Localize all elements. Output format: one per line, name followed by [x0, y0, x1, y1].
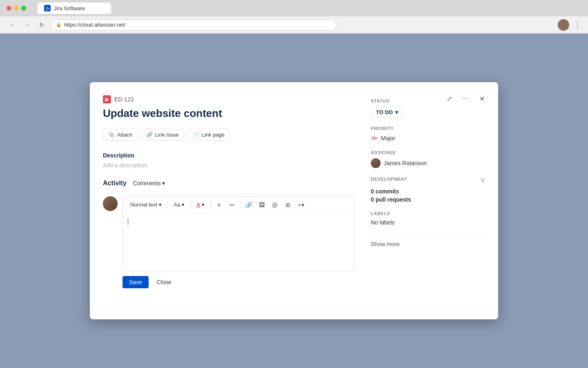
- development-header-row: DEVELOPMENT ⑂: [371, 176, 485, 185]
- attach-label: Attach: [117, 132, 132, 138]
- plus-icon: +▾: [298, 202, 304, 208]
- font-size-label: Aa: [174, 202, 180, 208]
- table-icon: ⊞: [285, 202, 290, 208]
- refresh-button[interactable]: ↻: [36, 19, 47, 31]
- address-bar[interactable]: 🔒 https://cloud.atlassian.net/: [51, 19, 336, 31]
- minimize-traffic-light[interactable]: [14, 6, 19, 11]
- modal-left-panel: ▶ ED-123 Update website content 📎 Attach…: [103, 95, 371, 306]
- browser-titlebar: ◇ Jira Software: [0, 0, 588, 16]
- labels-value: No labels: [371, 219, 485, 226]
- lock-icon: 🔒: [56, 22, 62, 27]
- browser-profile-avatar[interactable]: [558, 19, 569, 31]
- link-issue-label: Link issue: [155, 132, 179, 138]
- maximize-traffic-light[interactable]: [21, 6, 26, 11]
- activity-row: Activity Comments ▾: [103, 178, 354, 188]
- issue-id-row: ▶ ED-123: [103, 95, 354, 103]
- close-icon: ✕: [479, 95, 485, 103]
- commits-stat: 0 commits: [371, 188, 485, 195]
- browser-tab[interactable]: ◇ Jira Software: [38, 2, 111, 14]
- assignee-avatar: [371, 158, 381, 168]
- browser-chrome: ◇ Jira Software ← → ↻ 🔒 https://cloud.at…: [0, 0, 588, 34]
- at-icon: @: [272, 202, 278, 208]
- comments-dropdown-label: Comments: [133, 180, 161, 186]
- forward-button[interactable]: →: [21, 19, 33, 31]
- description-placeholder[interactable]: Add a description: [103, 162, 354, 168]
- close-editor-button[interactable]: Close: [152, 276, 176, 288]
- issue-id: ED-123: [114, 96, 134, 103]
- mention-button[interactable]: @: [269, 199, 281, 211]
- text-cursor: [128, 218, 128, 225]
- status-dropdown[interactable]: TO DO ▾: [371, 107, 403, 118]
- right-divider: [371, 234, 485, 234]
- status-chevron-icon: ▾: [395, 109, 398, 115]
- more-icon: ···: [463, 95, 468, 102]
- url-text: https://cloud.atlassian.net/: [64, 22, 125, 28]
- avatar-image: [103, 196, 118, 211]
- show-more-button[interactable]: Show more: [371, 241, 485, 247]
- assignee-section-label: ASSIGNEE: [371, 150, 485, 155]
- text-style-dropdown[interactable]: Normal text ▾: [127, 200, 165, 209]
- assignee-row[interactable]: James Rotanson: [371, 158, 485, 168]
- ordered-list-icon: ≔: [229, 202, 235, 208]
- action-buttons: 📎 Attach 🔗 Link issue 📄 Link page: [103, 129, 354, 141]
- toolbar-separator-1: [167, 202, 168, 208]
- branch-icon[interactable]: ⑂: [481, 176, 485, 185]
- toolbar-separator-2: [190, 202, 191, 208]
- issue-modal: ⤢ ··· ✕ ▶ ED-123 Update website content …: [90, 82, 498, 319]
- close-traffic-light[interactable]: [7, 6, 11, 11]
- comments-dropdown[interactable]: Comments ▾: [130, 178, 169, 188]
- priority-section: PRIORITY ≫ Major: [371, 126, 485, 142]
- share-button[interactable]: ⤢: [443, 92, 456, 105]
- editor-toolbar: Normal text ▾ Aa ▾ A ▾: [123, 197, 354, 213]
- image-icon: 🖼: [259, 202, 265, 208]
- issue-title[interactable]: Update website content: [103, 107, 354, 121]
- back-button[interactable]: ←: [7, 19, 18, 31]
- assignee-name: James Rotanson: [384, 160, 427, 166]
- close-button[interactable]: ✕: [475, 92, 488, 105]
- editor-body[interactable]: [123, 213, 354, 271]
- font-size-dropdown[interactable]: Aa ▾: [170, 200, 188, 209]
- link-issue-button[interactable]: 🔗 Link issue: [141, 129, 184, 141]
- page-icon: 📄: [193, 132, 199, 138]
- text-style-label: Normal text: [130, 202, 157, 208]
- user-avatar: [103, 196, 118, 211]
- development-section-label: DEVELOPMENT: [371, 177, 408, 182]
- pull-requests-stat: 0 pull requests: [371, 196, 485, 203]
- link-page-label: Link page: [202, 132, 225, 138]
- link-button[interactable]: 🔗: [243, 199, 254, 211]
- pull-requests-count: 0: [371, 196, 374, 203]
- more-options-button[interactable]: ···: [459, 92, 472, 105]
- font-size-chevron-icon: ▾: [182, 202, 185, 208]
- image-button[interactable]: 🖼: [256, 199, 267, 211]
- toolbar-separator-3: [210, 202, 211, 208]
- comment-input-row: Normal text ▾ Aa ▾ A ▾: [103, 196, 354, 271]
- table-button[interactable]: ⊞: [282, 199, 294, 211]
- font-color-chevron-icon: ▾: [202, 202, 205, 208]
- priority-value: Major: [381, 135, 395, 141]
- comment-actions: Save Close: [103, 276, 354, 288]
- chevron-down-icon: ▾: [162, 180, 165, 186]
- commits-count: 0: [371, 188, 374, 195]
- share-icon: ⤢: [447, 95, 452, 103]
- browser-toolbar: ← → ↻ 🔒 https://cloud.atlassian.net/ ⋮: [0, 16, 588, 34]
- priority-icon: ≫: [371, 134, 378, 142]
- link-page-button[interactable]: 📄 Link page: [187, 129, 230, 141]
- more-toolbar-button[interactable]: +▾: [295, 199, 307, 211]
- link-toolbar-icon: 🔗: [245, 202, 252, 208]
- bullet-list-button[interactable]: ≡: [213, 199, 225, 211]
- comment-editor: Normal text ▾ Aa ▾ A ▾: [122, 196, 354, 271]
- tab-title: Jira Software: [54, 5, 85, 11]
- save-button[interactable]: Save: [122, 276, 149, 288]
- development-section: DEVELOPMENT ⑂ 0 commits 0 pull requests: [371, 176, 485, 203]
- ordered-list-button[interactable]: ≔: [226, 199, 238, 211]
- browser-menu-icon[interactable]: ⋮: [574, 20, 581, 29]
- jira-favicon-icon: ◇: [44, 5, 51, 11]
- priority-row: ≫ Major: [371, 134, 485, 142]
- font-color-label: A: [196, 202, 200, 208]
- link-icon: 🔗: [146, 132, 153, 138]
- attach-button[interactable]: 📎 Attach: [103, 129, 138, 141]
- description-label: Description: [103, 152, 354, 159]
- bullet-list-icon: ≡: [217, 202, 220, 208]
- assignee-section: ASSIGNEE James Rotanson: [371, 150, 485, 168]
- font-color-dropdown[interactable]: A ▾: [193, 200, 208, 209]
